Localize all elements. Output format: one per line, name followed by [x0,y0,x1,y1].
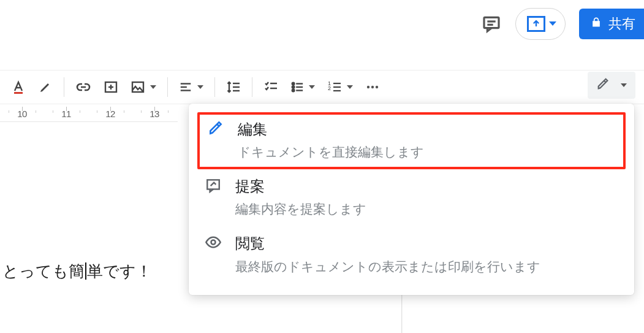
insert-comment-button[interactable] [97,75,124,99]
mode-subtitle: 編集内容を提案します [235,201,366,218]
chevron-down-icon [197,85,203,89]
pencil-icon [596,77,610,93]
mode-title: 編集 [238,120,424,139]
ruler-mark: 10 [17,109,27,119]
svg-point-31 [211,240,216,245]
present-icon [527,16,545,32]
svg-point-29 [376,86,378,88]
pencil-icon [207,120,224,137]
separator [214,77,215,97]
suggest-icon [205,177,222,194]
comments-icon[interactable] [481,13,502,34]
text-caret [85,262,86,280]
separator [64,77,64,97]
mode-option-edit[interactable]: 編集 ドキュメントを直接編集します [197,112,626,169]
mode-title: 提案 [235,177,366,196]
mode-subtitle: ドキュメントを直接編集します [238,144,424,161]
chevron-down-icon [309,85,315,89]
share-button[interactable]: 共有 [579,9,644,39]
ruler-mark: 12 [105,109,115,119]
checklist-button[interactable] [257,75,284,99]
align-button[interactable] [173,75,210,99]
chevron-down-icon [621,83,627,87]
text-color-button[interactable] [5,75,32,99]
insert-image-button[interactable] [124,75,162,99]
chevron-down-icon [347,85,353,89]
svg-point-27 [367,86,369,88]
present-button[interactable] [515,8,566,40]
svg-point-16 [292,83,295,85]
ruler-mark: 13 [150,109,159,119]
document-text[interactable]: とっても簡単です！ [2,259,152,282]
separator [252,77,252,97]
svg-text:2: 2 [328,85,331,91]
mode-option-suggest[interactable]: 提案 編集内容を提案します [189,169,634,226]
separator [167,77,168,97]
header-actions: 共有 [481,4,644,44]
chevron-down-icon [549,21,556,26]
chevron-down-icon [150,85,156,89]
more-button[interactable] [359,75,386,99]
mode-option-view[interactable]: 閲覧 最終版のドキュメントの表示または印刷を行います [189,226,634,283]
eye-icon [205,234,222,251]
svg-rect-3 [14,92,23,94]
share-label: 共有 [608,15,635,33]
insert-link-button[interactable] [69,75,97,99]
highlight-button[interactable] [32,75,59,99]
toolbar: 12 [0,70,644,104]
editing-mode-button[interactable] [588,72,635,99]
svg-point-28 [371,86,374,88]
mode-title: 閲覧 [235,234,540,253]
svg-point-17 [292,86,295,88]
numbered-list-button[interactable]: 12 [321,75,359,99]
bulleted-list-button[interactable] [284,75,321,99]
svg-point-18 [292,90,295,92]
lock-icon [590,15,602,33]
line-spacing-button[interactable] [220,75,247,99]
editing-mode-menu: 編集 ドキュメントを直接編集します 提案 編集内容を提案します 閲覧 最終版のド… [189,104,634,295]
svg-rect-30 [207,180,219,189]
ruler-mark: 11 [61,109,71,119]
svg-rect-0 [484,17,499,28]
mode-subtitle: 最終版のドキュメントの表示または印刷を行います [235,258,540,275]
